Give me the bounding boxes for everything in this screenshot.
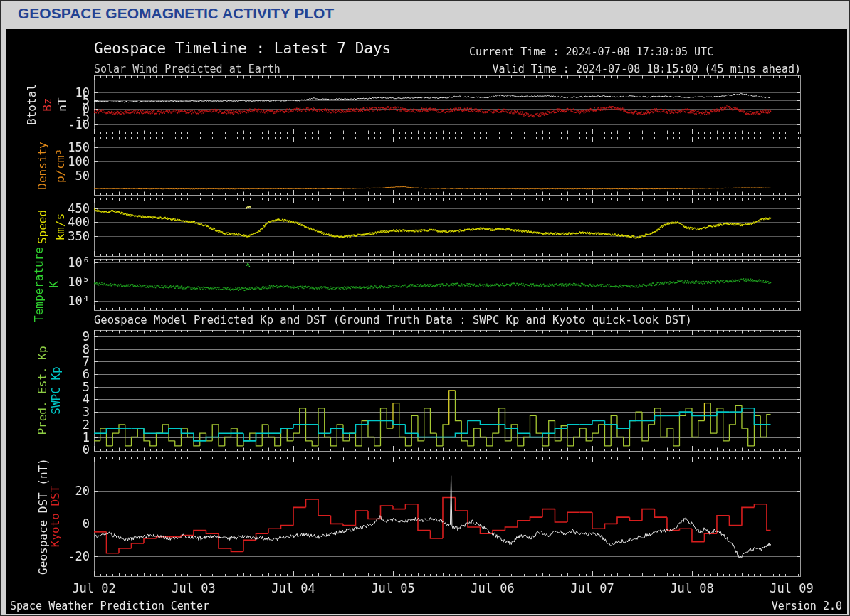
bfield-axis-label: nT bbox=[56, 97, 69, 111]
kp-axis-label: Pred. Est. Kp bbox=[36, 346, 49, 435]
x-tick-label: Jul 04 bbox=[261, 581, 325, 595]
bfield-ytick-label: -10 bbox=[6, 117, 90, 132]
x-tick-label: Jul 08 bbox=[660, 581, 724, 595]
page-title: GEOSPACE GEOMAGNETIC ACTIVITY PLOT bbox=[18, 5, 334, 22]
x-tick-label: Jul 07 bbox=[560, 581, 624, 595]
x-tick-label: Jul 05 bbox=[361, 581, 425, 595]
x-tick-label: Jul 03 bbox=[162, 581, 226, 595]
temperature-axis-label: Temperature bbox=[32, 247, 46, 322]
current-time-label: Current Time : 2024-07-08 17:30:05 UTC bbox=[469, 46, 713, 58]
speed-axis-label: Speed bbox=[36, 210, 49, 244]
speed-axis-label: km/s bbox=[53, 213, 67, 241]
density-axis-label: p/cm³ bbox=[53, 149, 67, 183]
kp-ytick-label: 0 bbox=[6, 442, 90, 457]
geospace-plot-panel: Geospace Timeline : Latest 7 Days Curren… bbox=[6, 29, 847, 614]
bfield-axis-label: Bz bbox=[41, 97, 54, 111]
temperature-ytick-label: 10⁶ bbox=[6, 255, 90, 270]
header-bar: GEOSPACE GEOMAGNETIC ACTIVITY PLOT bbox=[1, 1, 849, 29]
kp-dst-section-title: Geospace Model Predicted Kp and DST (Gro… bbox=[94, 314, 692, 326]
page: GEOSPACE GEOMAGNETIC ACTIVITY PLOT Geosp… bbox=[0, 0, 850, 616]
dst-axis-label: Kyoto DST bbox=[48, 486, 62, 548]
x-tick-label: Jul 06 bbox=[461, 581, 525, 595]
footer-swpc-label: Space Weather Prediction Center bbox=[10, 600, 209, 612]
solar-wind-subtitle: Solar Wind Predicted at Earth bbox=[94, 63, 280, 75]
bfield-axis-label: Btotal bbox=[25, 84, 38, 125]
plot-title: Geospace Timeline : Latest 7 Days bbox=[94, 40, 391, 57]
temperature-axis-label: K bbox=[47, 281, 61, 288]
valid-time-label: Valid Time : 2024-07-08 18:15:00 (45 min… bbox=[493, 63, 801, 75]
x-tick-label: Jul 09 bbox=[760, 581, 824, 595]
density-axis-label: Density bbox=[36, 142, 49, 189]
kp-axis-label: SWPC Kp bbox=[49, 366, 63, 414]
temperature-ytick-label: 10⁴ bbox=[6, 294, 90, 308]
x-tick-label: Jul 02 bbox=[62, 581, 126, 595]
footer-version-label: Version 2.0 bbox=[772, 600, 842, 612]
